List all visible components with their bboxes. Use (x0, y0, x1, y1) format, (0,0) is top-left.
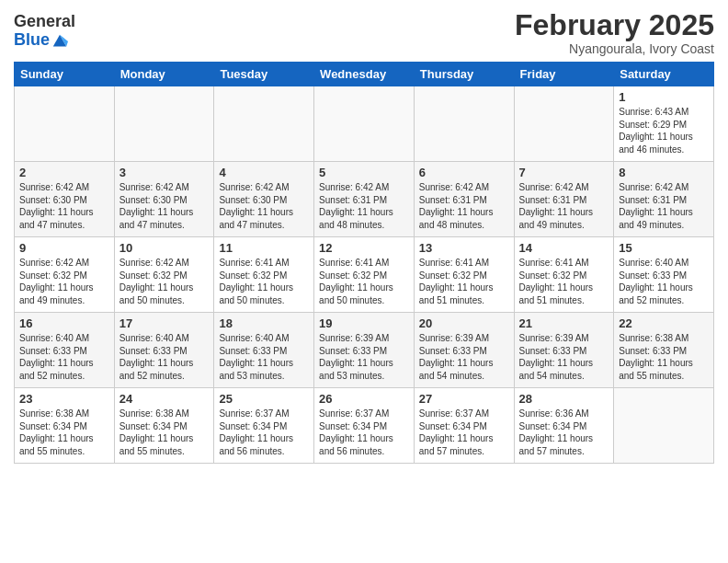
day-number: 19 (319, 316, 409, 330)
subtitle: Nyangourala, Ivory Coast (515, 41, 714, 56)
day-header-thursday: Thursday (414, 63, 514, 86)
calendar-cell: 7Sunrise: 6:42 AM Sunset: 6:31 PM Daylig… (514, 162, 614, 237)
cell-info: Sunrise: 6:39 AM Sunset: 6:33 PM Dayligh… (319, 332, 409, 382)
calendar-cell: 15Sunrise: 6:40 AM Sunset: 6:33 PM Dayli… (614, 237, 714, 313)
day-number: 8 (619, 166, 709, 179)
day-number: 13 (419, 241, 509, 255)
calendar-cell: 4Sunrise: 6:42 AM Sunset: 6:30 PM Daylig… (214, 162, 314, 237)
cell-info: Sunrise: 6:41 AM Sunset: 6:32 PM Dayligh… (419, 257, 509, 306)
cell-info: Sunrise: 6:42 AM Sunset: 6:31 PM Dayligh… (319, 181, 409, 231)
day-header-saturday: Saturday (614, 63, 714, 86)
day-header-tuesday: Tuesday (214, 63, 314, 86)
cell-info: Sunrise: 6:36 AM Sunset: 6:34 PM Dayligh… (519, 408, 609, 457)
day-number: 2 (19, 166, 109, 179)
logo-icon (51, 33, 68, 50)
day-number: 6 (419, 166, 509, 179)
cell-info: Sunrise: 6:40 AM Sunset: 6:33 PM Dayligh… (619, 257, 709, 306)
calendar-cell (514, 86, 614, 162)
calendar-week-row: 2Sunrise: 6:42 AM Sunset: 6:30 PM Daylig… (15, 162, 714, 237)
calendar-cell: 10Sunrise: 6:42 AM Sunset: 6:32 PM Dayli… (114, 237, 214, 313)
calendar-week-row: 9Sunrise: 6:42 AM Sunset: 6:32 PM Daylig… (15, 237, 714, 313)
day-number: 20 (419, 316, 509, 330)
calendar-cell: 20Sunrise: 6:39 AM Sunset: 6:33 PM Dayli… (414, 313, 514, 388)
calendar-cell: 5Sunrise: 6:42 AM Sunset: 6:31 PM Daylig… (314, 162, 415, 237)
day-number: 23 (19, 392, 109, 406)
cell-info: Sunrise: 6:41 AM Sunset: 6:32 PM Dayligh… (319, 257, 409, 306)
calendar-week-row: 1Sunrise: 6:43 AM Sunset: 6:29 PM Daylig… (15, 86, 714, 162)
logo: General Blue (14, 13, 75, 50)
calendar-table: SundayMondayTuesdayWednesdayThursdayFrid… (14, 62, 714, 464)
calendar-cell: 9Sunrise: 6:42 AM Sunset: 6:32 PM Daylig… (15, 237, 115, 313)
cell-info: Sunrise: 6:42 AM Sunset: 6:30 PM Dayligh… (119, 181, 210, 231)
calendar-cell (114, 86, 214, 162)
day-number: 22 (619, 316, 709, 330)
calendar-cell: 19Sunrise: 6:39 AM Sunset: 6:33 PM Dayli… (314, 313, 415, 388)
calendar-cell (214, 86, 314, 162)
calendar-cell: 22Sunrise: 6:38 AM Sunset: 6:33 PM Dayli… (614, 313, 714, 388)
day-number: 4 (219, 166, 309, 179)
calendar-cell (414, 86, 514, 162)
day-number: 27 (419, 392, 509, 406)
cell-info: Sunrise: 6:40 AM Sunset: 6:33 PM Dayligh… (119, 332, 210, 382)
calendar-cell: 23Sunrise: 6:38 AM Sunset: 6:34 PM Dayli… (15, 388, 115, 464)
month-title: February 2025 (515, 9, 714, 41)
day-number: 28 (519, 392, 609, 406)
day-number: 12 (319, 241, 409, 255)
day-number: 15 (619, 241, 709, 255)
day-number: 7 (519, 166, 609, 179)
header: General Blue February 2025 Nyangourala, … (14, 9, 714, 56)
calendar-cell: 16Sunrise: 6:40 AM Sunset: 6:33 PM Dayli… (15, 313, 115, 388)
calendar-cell: 14Sunrise: 6:41 AM Sunset: 6:32 PM Dayli… (514, 237, 614, 313)
cell-info: Sunrise: 6:41 AM Sunset: 6:32 PM Dayligh… (219, 257, 309, 306)
day-number: 10 (119, 241, 210, 255)
calendar-cell: 3Sunrise: 6:42 AM Sunset: 6:30 PM Daylig… (114, 162, 214, 237)
day-number: 9 (19, 241, 109, 255)
day-header-monday: Monday (114, 63, 214, 86)
calendar-cell: 6Sunrise: 6:42 AM Sunset: 6:31 PM Daylig… (414, 162, 514, 237)
calendar-header-row: SundayMondayTuesdayWednesdayThursdayFrid… (15, 63, 714, 86)
cell-info: Sunrise: 6:37 AM Sunset: 6:34 PM Dayligh… (419, 408, 509, 457)
cell-info: Sunrise: 6:41 AM Sunset: 6:32 PM Dayligh… (519, 257, 609, 306)
day-number: 25 (219, 392, 309, 406)
cell-info: Sunrise: 6:42 AM Sunset: 6:32 PM Dayligh… (19, 257, 109, 306)
day-number: 16 (19, 316, 109, 330)
calendar-cell (15, 86, 115, 162)
calendar-cell: 21Sunrise: 6:39 AM Sunset: 6:33 PM Dayli… (514, 313, 614, 388)
cell-info: Sunrise: 6:42 AM Sunset: 6:31 PM Dayligh… (519, 181, 609, 231)
day-number: 14 (519, 241, 609, 255)
day-number: 3 (119, 166, 210, 179)
calendar-cell: 13Sunrise: 6:41 AM Sunset: 6:32 PM Dayli… (414, 237, 514, 313)
calendar-week-row: 16Sunrise: 6:40 AM Sunset: 6:33 PM Dayli… (15, 313, 714, 388)
cell-info: Sunrise: 6:40 AM Sunset: 6:33 PM Dayligh… (219, 332, 309, 382)
cell-info: Sunrise: 6:42 AM Sunset: 6:32 PM Dayligh… (119, 257, 210, 306)
calendar-cell: 26Sunrise: 6:37 AM Sunset: 6:34 PM Dayli… (314, 388, 415, 464)
day-number: 17 (119, 316, 210, 330)
calendar-cell: 8Sunrise: 6:42 AM Sunset: 6:31 PM Daylig… (614, 162, 714, 237)
day-header-friday: Friday (514, 63, 614, 86)
cell-info: Sunrise: 6:43 AM Sunset: 6:29 PM Dayligh… (619, 106, 709, 155)
cell-info: Sunrise: 6:42 AM Sunset: 6:31 PM Dayligh… (419, 181, 509, 231)
cell-info: Sunrise: 6:42 AM Sunset: 6:30 PM Dayligh… (19, 181, 109, 231)
day-number: 18 (219, 316, 309, 330)
calendar-cell: 17Sunrise: 6:40 AM Sunset: 6:33 PM Dayli… (114, 313, 214, 388)
day-number: 5 (319, 166, 409, 179)
calendar-cell: 25Sunrise: 6:37 AM Sunset: 6:34 PM Dayli… (214, 388, 314, 464)
cell-info: Sunrise: 6:40 AM Sunset: 6:33 PM Dayligh… (19, 332, 109, 382)
page-container: General Blue February 2025 Nyangourala, … (0, 0, 728, 473)
calendar-cell (314, 86, 415, 162)
cell-info: Sunrise: 6:42 AM Sunset: 6:30 PM Dayligh… (219, 181, 309, 231)
calendar-cell: 11Sunrise: 6:41 AM Sunset: 6:32 PM Dayli… (214, 237, 314, 313)
calendar-cell (614, 388, 714, 464)
logo-general-text: General (14, 13, 75, 31)
cell-info: Sunrise: 6:42 AM Sunset: 6:31 PM Dayligh… (619, 181, 709, 231)
cell-info: Sunrise: 6:37 AM Sunset: 6:34 PM Dayligh… (319, 408, 409, 457)
day-number: 1 (619, 90, 709, 104)
cell-info: Sunrise: 6:38 AM Sunset: 6:33 PM Dayligh… (619, 332, 709, 382)
title-block: February 2025 Nyangourala, Ivory Coast (515, 9, 714, 56)
calendar-cell: 1Sunrise: 6:43 AM Sunset: 6:29 PM Daylig… (614, 86, 714, 162)
calendar-cell: 18Sunrise: 6:40 AM Sunset: 6:33 PM Dayli… (214, 313, 314, 388)
calendar-cell: 28Sunrise: 6:36 AM Sunset: 6:34 PM Dayli… (514, 388, 614, 464)
day-number: 11 (219, 241, 309, 255)
day-number: 24 (119, 392, 210, 406)
cell-info: Sunrise: 6:39 AM Sunset: 6:33 PM Dayligh… (419, 332, 509, 382)
